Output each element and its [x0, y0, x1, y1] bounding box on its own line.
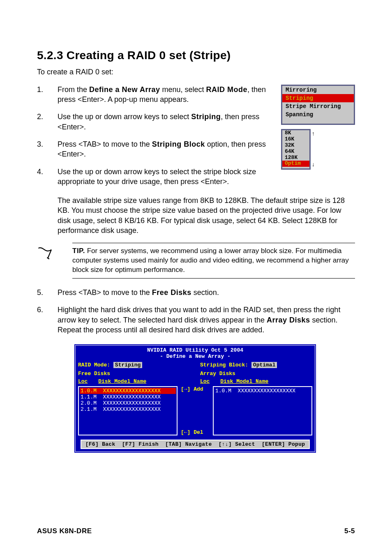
step-number: 2.: [37, 112, 53, 134]
disk-row: 1.1.M XXXXXXXXXXXXXXXXXX: [80, 394, 176, 400]
bios-footer: [F6] Back [F7] Finish [TAB] Navigate [↑↓…: [81, 440, 310, 449]
intro-text: To create a RAID 0 set:: [37, 68, 355, 76]
block-popup-scroll-arrows: ↑ ↓: [311, 129, 315, 170]
step-item: 3.Press <TAB> to move to the Striping Bl…: [37, 139, 276, 162]
bios-title: NVIDIA RAID Utility Oct 5 2004: [78, 347, 312, 353]
striping-block-value: Optimal: [251, 362, 277, 368]
arrow-up-icon: ↑: [311, 131, 315, 137]
step-body: Highlight the hard disk drives that you …: [58, 305, 355, 337]
raid-mode-option: Mirroring: [282, 86, 354, 94]
step-body: From the Define a New Array menu, select…: [58, 85, 276, 107]
raid-mode-value: Striping: [113, 362, 142, 368]
del-label: [←] Del: [181, 429, 210, 435]
footer-right: 5-5: [344, 527, 355, 535]
array-disks-panel: 1.0.M XXXXXXXXXXXXXXXXXX: [213, 386, 312, 435]
step-item: 4.Use the up or down arrow keys to selec…: [37, 167, 276, 187]
block-size-option: 8K: [282, 130, 309, 136]
step-body: Use the up or down arrow keys to select …: [58, 112, 276, 134]
stripe-size-paragraph: The available stripe size values range f…: [58, 196, 355, 235]
step-number: 6.: [37, 305, 53, 337]
block-size-option: 32K: [282, 143, 309, 149]
tip-label: TIP.: [72, 247, 85, 255]
raid-mode-option: Striping: [282, 94, 354, 102]
add-label: [→] Add: [181, 386, 210, 392]
step-number: 4.: [37, 167, 53, 187]
col-loc-array: Loc: [200, 378, 217, 385]
bios-screen: NVIDIA RAID Utility Oct 5 2004 - Define …: [74, 344, 316, 453]
disk-row: 2.1.M XXXXXXXXXXXXXXXXXX: [80, 406, 176, 412]
col-model-free: Disk Model Name: [98, 378, 146, 385]
step-number: 3.: [37, 139, 53, 162]
step-item: 6.Highlight the hard disk drives that yo…: [37, 305, 355, 337]
col-model-array: Disk Model Name: [220, 378, 268, 385]
raid-mode-popup: MirroringStripingStripe MirroringSpannin…: [281, 85, 355, 125]
step-body: Press <TAB> to move to the Free Disks se…: [58, 288, 355, 300]
disk-row: 1.0.M XXXXXXXXXXXXXXXXXX: [80, 388, 176, 394]
block-size-option: 64K: [282, 149, 309, 155]
disk-row: 2.0.M XXXXXXXXXXXXXXXXXX: [80, 400, 176, 406]
raid-mode-label: RAID Mode:: [78, 362, 110, 368]
array-disks-label: Array Disks: [200, 371, 235, 377]
bios-subtitle: - Define a New Array -: [78, 353, 312, 359]
step-item: 5.Press <TAB> to move to the Free Disks …: [37, 288, 355, 300]
add-del-column: [→] Add [←] Del: [181, 386, 210, 435]
block-size-popup: 8K16K32K64K128KOptim: [281, 129, 311, 170]
section-heading: 5.2.3 Creating a RAID 0 set (Stripe): [37, 49, 355, 62]
tip-text: TIP. For server systems, we recommend us…: [72, 243, 355, 279]
step-number: 5.: [37, 288, 53, 300]
free-disks-panel: 1.0.M XXXXXXXXXXXXXXXXXX1.1.M XXXXXXXXXX…: [78, 386, 178, 435]
striping-block-label: Striping Block:: [200, 362, 248, 368]
footer-left: ASUS K8N-DRE: [37, 527, 92, 535]
block-size-option: 16K: [282, 136, 309, 143]
arrow-down-icon: ↓: [311, 161, 315, 168]
step-item: 2.Use the up or down arrow keys to selec…: [37, 112, 276, 134]
block-size-option: Optim: [282, 161, 309, 167]
col-loc-free: Loc: [78, 378, 95, 385]
raid-mode-option: Spanning: [282, 111, 354, 119]
block-size-option: 128K: [282, 155, 309, 161]
tip-icon: [37, 243, 66, 265]
step-body: Use the up or down arrow keys to select …: [58, 167, 276, 187]
step-item: 1.From the Define a New Array menu, sele…: [37, 85, 276, 107]
step-body: Press <TAB> to move to the Striping Bloc…: [58, 139, 276, 162]
step-number: 1.: [37, 85, 53, 107]
disk-row: 1.0.M XXXXXXXXXXXXXXXXXX: [214, 388, 311, 394]
raid-mode-option: Stripe Mirroring: [282, 102, 354, 111]
free-disks-label: Free Disks: [78, 371, 110, 377]
